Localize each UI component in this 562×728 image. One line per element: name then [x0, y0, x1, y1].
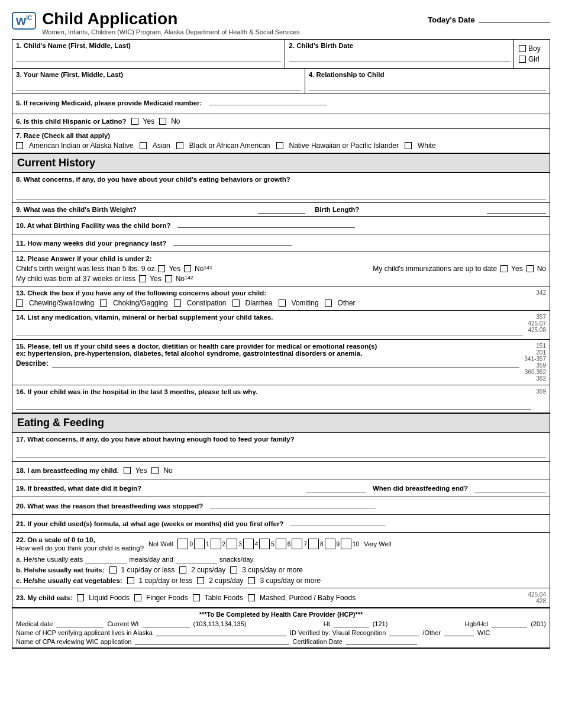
- scale-box-6[interactable]: [276, 539, 286, 549]
- q11-input[interactable]: [173, 237, 292, 246]
- q18-row: 18. I am breastfeeding my child. Yes No: [12, 462, 550, 479]
- q21-input[interactable]: [290, 518, 385, 526]
- q22a-input2[interactable]: [176, 555, 217, 563]
- medical-date-input[interactable]: [56, 620, 104, 627]
- q22a-input1[interactable]: [85, 555, 127, 563]
- q17-row: 17. What concerns, if any, do you have a…: [12, 433, 550, 462]
- id-verified-input[interactable]: [389, 629, 419, 636]
- q10-input[interactable]: [177, 220, 355, 228]
- q2-cell: 2. Child's Birth Date: [285, 40, 514, 68]
- scale-box-1[interactable]: [194, 539, 205, 549]
- q13-c4-checkbox[interactable]: [232, 299, 240, 307]
- ht-input[interactable]: [334, 620, 369, 627]
- q22c-o2-checkbox[interactable]: [197, 577, 204, 584]
- q23-o3-checkbox[interactable]: [193, 594, 200, 601]
- scale-box-5[interactable]: [259, 539, 270, 549]
- q1-input[interactable]: [16, 53, 281, 62]
- q13-c3-checkbox[interactable]: [174, 299, 181, 307]
- scale-box-0[interactable]: [177, 539, 188, 549]
- q12c-yes-checkbox[interactable]: [139, 275, 146, 282]
- q9-input[interactable]: [258, 205, 305, 214]
- q15-describe-input[interactable]: [52, 359, 520, 368]
- race5-checkbox[interactable]: [405, 142, 412, 149]
- q13-c6-checkbox[interactable]: [325, 299, 332, 307]
- q22-label: 22. On a scale of 0 to 10,: [16, 536, 95, 543]
- race3-checkbox[interactable]: [176, 142, 183, 149]
- girl-option[interactable]: Girl: [519, 55, 545, 63]
- q8-input[interactable]: [16, 189, 546, 199]
- q23-o4-label: Mashed, Pureed / Baby Foods: [260, 594, 356, 602]
- q13-c1-label: Chewing/Swallowing: [29, 299, 94, 307]
- current-wt-label: Current Wt: [107, 620, 138, 627]
- q22b-o1-checkbox[interactable]: [109, 566, 117, 574]
- q12c-no-checkbox[interactable]: [165, 275, 172, 282]
- scale-box-10[interactable]: [341, 539, 351, 549]
- q19-label: 19. If breastfed, what date did it begin…: [16, 485, 299, 492]
- q20-input[interactable]: [210, 500, 376, 508]
- q22c-o1-checkbox[interactable]: [127, 577, 134, 584]
- q12a-yes-checkbox[interactable]: [158, 265, 165, 272]
- cert-date-input[interactable]: [346, 637, 417, 645]
- boy-checkbox[interactable]: [519, 45, 526, 52]
- q13-c1-checkbox[interactable]: [16, 299, 23, 307]
- race1-checkbox[interactable]: [16, 142, 23, 149]
- q5-input[interactable]: [209, 97, 327, 105]
- girl-checkbox[interactable]: [519, 56, 526, 63]
- scale-box-8[interactable]: [308, 539, 319, 549]
- title-block: Child Application Women, Infants, Childr…: [42, 9, 428, 36]
- q16-input[interactable]: [16, 400, 531, 410]
- q22-scale-boxes: 0 1 2 3 4 5 6 7 8 9 10: [177, 539, 359, 549]
- q8-label: 8. What concerns, if any, do you have ab…: [16, 176, 546, 183]
- scale-box-7[interactable]: [292, 539, 302, 549]
- q22b-o2-checkbox[interactable]: [179, 566, 186, 574]
- q22c-o3-checkbox[interactable]: [248, 577, 255, 584]
- race2-label: Asian: [153, 141, 170, 150]
- q6-no-checkbox[interactable]: [159, 118, 166, 125]
- q19b-input[interactable]: [475, 484, 546, 492]
- scale-box-2[interactable]: [211, 539, 221, 549]
- q13-c2-label: Choking/Gagging: [113, 299, 168, 307]
- q13-c5-checkbox[interactable]: [279, 299, 286, 307]
- cpa-input[interactable]: [135, 637, 289, 645]
- q4-input[interactable]: [309, 82, 546, 91]
- race2-checkbox[interactable]: [140, 142, 147, 149]
- q23-o1-checkbox[interactable]: [77, 594, 84, 601]
- q12c-yes: Yes: [150, 275, 162, 283]
- footer-line1: Medical date Current Wt (103,113,134,135…: [16, 620, 546, 627]
- q13-c2-checkbox[interactable]: [100, 299, 107, 307]
- hcp-name-input[interactable]: [156, 629, 286, 636]
- q3-input[interactable]: [16, 82, 301, 91]
- q19-input[interactable]: [306, 484, 366, 492]
- current-wt-input[interactable]: [143, 620, 190, 627]
- q18-yes-checkbox[interactable]: [124, 467, 131, 474]
- q17-label: 17. What concerns, if any, do you have a…: [16, 436, 546, 443]
- scale-box-3[interactable]: [227, 539, 237, 549]
- other-input[interactable]: [444, 629, 474, 636]
- boy-option[interactable]: Boy: [519, 44, 545, 53]
- q13-c4-label: Diarrhea: [246, 299, 273, 307]
- q18-no-checkbox[interactable]: [151, 467, 159, 474]
- q12b-no-checkbox[interactable]: [527, 265, 534, 272]
- q18-yes-label: Yes: [135, 466, 147, 475]
- q23-o4-checkbox[interactable]: [248, 594, 255, 601]
- q14-label: 14. List any medication, vitamin, minera…: [16, 314, 523, 321]
- q1-label: 1. Child's Name (First, Middle, Last): [16, 42, 281, 49]
- q9b-input[interactable]: [487, 205, 546, 214]
- scale-box-9[interactable]: [325, 539, 335, 549]
- q6-yes-checkbox[interactable]: [131, 118, 138, 125]
- q14-input[interactable]: [16, 326, 523, 336]
- q23-o2-checkbox[interactable]: [134, 594, 141, 601]
- hgb-input[interactable]: [492, 620, 527, 627]
- q22-not-well: Not Well: [148, 540, 173, 547]
- scale-label-4: 4: [255, 541, 259, 547]
- q12a-no-checkbox[interactable]: [184, 265, 191, 272]
- q2-input[interactable]: [289, 53, 510, 62]
- q17-input[interactable]: [16, 447, 546, 458]
- today-date-underline[interactable]: [479, 14, 550, 22]
- scale-box-4[interactable]: [243, 539, 254, 549]
- page-title: Child Application: [42, 9, 428, 28]
- race4-checkbox[interactable]: [276, 142, 283, 149]
- q22c-label: c. He/she usually eat vegetables:: [16, 577, 122, 584]
- q12b-yes-checkbox[interactable]: [500, 265, 508, 272]
- q22b-o3-checkbox[interactable]: [230, 566, 237, 574]
